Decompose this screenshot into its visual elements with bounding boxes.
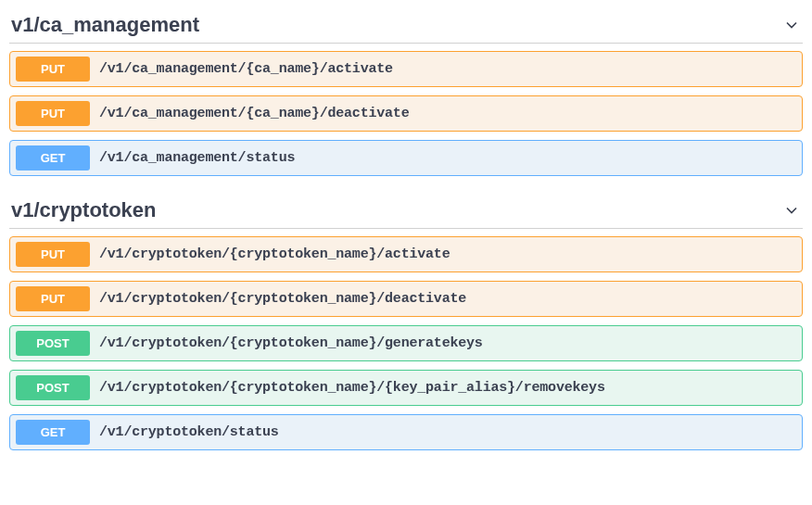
method-badge-post: POST: [16, 375, 90, 400]
operation-row[interactable]: PUT /v1/cryptotoken/{cryptotoken_name}/a…: [9, 236, 803, 272]
operation-list: PUT /v1/cryptotoken/{cryptotoken_name}/a…: [9, 236, 803, 450]
chevron-down-icon: [782, 201, 801, 220]
operation-row[interactable]: PUT /v1/ca_management/{ca_name}/deactiva…: [9, 95, 803, 132]
method-badge-put: PUT: [16, 57, 90, 82]
operation-row[interactable]: GET /v1/cryptotoken/status: [9, 414, 803, 450]
chevron-down-icon: [782, 16, 801, 34]
operation-path: /v1/ca_management/{ca_name}/deactivate: [99, 106, 409, 121]
section-title: v1/ca_management: [11, 13, 199, 37]
section-header-cryptotoken[interactable]: v1/cryptotoken: [9, 193, 803, 229]
method-badge-put: PUT: [16, 101, 90, 126]
method-badge-get: GET: [16, 420, 90, 445]
operation-list: PUT /v1/ca_management/{ca_name}/activate…: [9, 51, 803, 176]
operation-path: /v1/ca_management/status: [99, 150, 295, 166]
operation-path: /v1/cryptotoken/{cryptotoken_name}/gener…: [99, 335, 483, 351]
operation-path: /v1/cryptotoken/{cryptotoken_name}/activ…: [99, 246, 450, 262]
operation-row[interactable]: PUT /v1/ca_management/{ca_name}/activate: [9, 51, 803, 87]
operation-path: /v1/cryptotoken/status: [99, 424, 279, 440]
method-badge-post: POST: [16, 331, 90, 356]
method-badge-put: PUT: [16, 242, 90, 267]
operation-row[interactable]: POST /v1/cryptotoken/{cryptotoken_name}/…: [9, 325, 803, 361]
section-title: v1/cryptotoken: [11, 198, 157, 222]
section-header-ca-management[interactable]: v1/ca_management: [9, 7, 803, 44]
operation-row[interactable]: POST /v1/cryptotoken/{cryptotoken_name}/…: [9, 370, 803, 406]
operation-row[interactable]: PUT /v1/cryptotoken/{cryptotoken_name}/d…: [9, 281, 803, 317]
operation-path: /v1/cryptotoken/{cryptotoken_name}/deact…: [99, 291, 466, 307]
operation-path: /v1/cryptotoken/{cryptotoken_name}/{key_…: [99, 380, 605, 396]
method-badge-get: GET: [16, 145, 90, 170]
method-badge-put: PUT: [16, 286, 90, 311]
operation-path: /v1/ca_management/{ca_name}/activate: [99, 61, 393, 77]
operation-row[interactable]: GET /v1/ca_management/status: [9, 140, 803, 176]
